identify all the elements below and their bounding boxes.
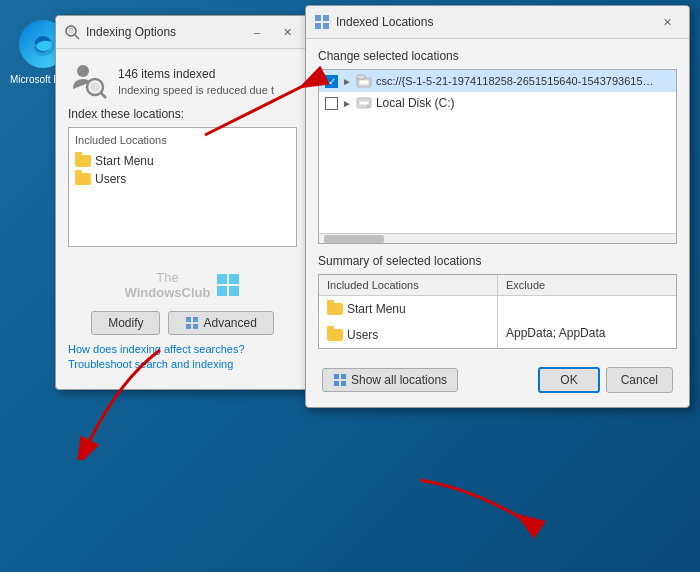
index-icon — [68, 61, 108, 101]
minimize-button[interactable]: – — [243, 22, 271, 42]
svg-rect-18 — [323, 15, 329, 21]
chevron-icon-csc: ► — [342, 76, 352, 87]
horizontal-scrollbar[interactable] — [319, 233, 676, 243]
tree-box: ✓ ► csc://{S-1-5-21-1974118258-265151564… — [318, 69, 677, 244]
arrow-3 — [400, 460, 560, 560]
svg-rect-19 — [315, 23, 321, 29]
watermark-windowsclub: WindowsClub — [125, 285, 211, 300]
svg-rect-28 — [341, 374, 346, 379]
folder-icon-summary-start — [327, 303, 343, 315]
summary-box: Included Locations Exclude Start Menu — [318, 274, 677, 349]
windows-logo-watermark — [216, 273, 240, 297]
locations-header: Included Locations — [75, 134, 290, 146]
close-button[interactable]: ✕ — [273, 22, 301, 42]
advanced-label: Advanced — [203, 316, 256, 330]
svg-rect-22 — [359, 80, 369, 85]
svg-rect-14 — [193, 317, 198, 322]
location-users: Users — [75, 170, 290, 188]
advanced-icon — [185, 316, 199, 330]
svg-point-5 — [77, 65, 89, 77]
indexed-close-button[interactable]: ✕ — [653, 12, 681, 32]
indexed-titlebar-icon — [314, 14, 330, 30]
summary-section: Summary of selected locations Included L… — [318, 254, 677, 349]
ok-cancel-group: OK Cancel — [538, 367, 673, 393]
indexed-titlebar-controls: ✕ — [653, 12, 681, 32]
svg-rect-10 — [229, 274, 239, 284]
local-disk-text: Local Disk (C:) — [376, 96, 455, 110]
watermark-the: The — [125, 270, 211, 285]
titlebar-left: Indexing Options — [64, 24, 176, 40]
indexing-help-link[interactable]: How does indexing affect searches? — [68, 343, 297, 355]
svg-rect-9 — [217, 274, 227, 284]
summary-row-start: Start Menu — [319, 296, 676, 323]
svg-rect-29 — [334, 381, 339, 386]
show-all-button[interactable]: Show all locations — [322, 368, 458, 392]
indexing-dialog-title: Indexing Options — [86, 25, 176, 39]
summary-users-exclude: AppData; AppData — [498, 322, 677, 348]
svg-rect-20 — [323, 23, 329, 29]
svg-rect-17 — [315, 15, 321, 21]
indexed-titlebar-left: Indexed Locations — [314, 14, 433, 30]
indexing-content: 146 items indexed Indexing speed is redu… — [56, 49, 309, 389]
summary-row-users: Users AppData; AppData — [319, 322, 676, 348]
tree-item-local-disk[interactable]: ► Local Disk (C:) — [319, 92, 676, 114]
advanced-button[interactable]: Advanced — [168, 311, 273, 335]
locations-box: Included Locations Start Menu Users — [68, 127, 297, 247]
stats-text: 146 items indexed Indexing speed is redu… — [118, 67, 297, 96]
troubleshoot-link[interactable]: Troubleshoot search and indexing — [68, 358, 297, 370]
indexed-buttons: Show all locations OK Cancel — [318, 359, 677, 397]
tree-item-csc[interactable]: ✓ ► csc://{S-1-5-21-1974118258-265151564… — [319, 70, 676, 92]
show-all-label: Show all locations — [351, 373, 447, 387]
local-disk-icon — [356, 96, 372, 110]
summary-col-locations: Included Locations — [319, 275, 498, 296]
modify-button[interactable]: Modify — [91, 311, 160, 335]
indexed-content: Change selected locations ✓ ► csc://{S-1… — [306, 39, 689, 407]
svg-rect-23 — [357, 75, 365, 79]
csc-checkbox[interactable]: ✓ — [325, 75, 338, 88]
svg-rect-11 — [217, 286, 227, 296]
location-users-label: Users — [95, 172, 126, 186]
show-all-icon — [333, 373, 347, 387]
svg-point-26 — [367, 105, 369, 107]
summary-col-exclude: Exclude — [498, 275, 677, 296]
indexing-options-dialog: Indexing Options – ✕ — [55, 15, 310, 390]
summary-users-label: Users — [347, 328, 378, 342]
cancel-button[interactable]: Cancel — [606, 367, 673, 393]
local-disk-checkbox[interactable] — [325, 97, 338, 110]
svg-rect-15 — [186, 324, 191, 329]
svg-rect-30 — [341, 381, 346, 386]
indexed-titlebar: Indexed Locations ✕ — [306, 6, 689, 39]
indexed-locations-dialog: Indexed Locations ✕ Change selected loca… — [305, 5, 690, 408]
summary-start-menu: Start Menu — [319, 296, 498, 323]
items-indexed: 146 items indexed — [118, 67, 297, 81]
change-locations-label: Change selected locations — [318, 49, 677, 63]
summary-users: Users — [319, 322, 498, 348]
folder-icon-users — [75, 173, 91, 185]
titlebar-controls: – ✕ — [243, 22, 301, 42]
indexing-speed: Indexing speed is reduced due t — [118, 84, 297, 96]
svg-rect-13 — [186, 317, 191, 322]
chevron-icon-disk: ► — [342, 98, 352, 109]
location-start-label: Start Menu — [95, 154, 154, 168]
svg-line-3 — [75, 35, 79, 39]
network-drive-icon — [356, 74, 372, 88]
summary-start-exclude — [498, 296, 677, 323]
watermark: The WindowsClub — [68, 255, 297, 305]
svg-line-8 — [101, 93, 106, 98]
svg-rect-16 — [193, 324, 198, 329]
location-start-menu: Start Menu — [75, 152, 290, 170]
indexing-buttons: Modify Advanced — [68, 305, 297, 339]
indexed-dialog-title: Indexed Locations — [336, 15, 433, 29]
indexing-titlebar-icon — [64, 24, 80, 40]
desktop: Microsoft Edge Indexing Options – ✕ — [0, 0, 700, 572]
scrollbar-thumb — [324, 235, 384, 243]
index-locations-title: Index these locations: — [68, 107, 297, 121]
indexing-titlebar: Indexing Options – ✕ — [56, 16, 309, 49]
folder-icon-summary-users — [327, 329, 343, 341]
stats-row: 146 items indexed Indexing speed is redu… — [68, 61, 297, 101]
svg-rect-12 — [229, 286, 239, 296]
svg-rect-27 — [334, 374, 339, 379]
svg-rect-25 — [359, 101, 369, 105]
watermark-text: The WindowsClub — [125, 270, 211, 300]
ok-button[interactable]: OK — [538, 367, 599, 393]
